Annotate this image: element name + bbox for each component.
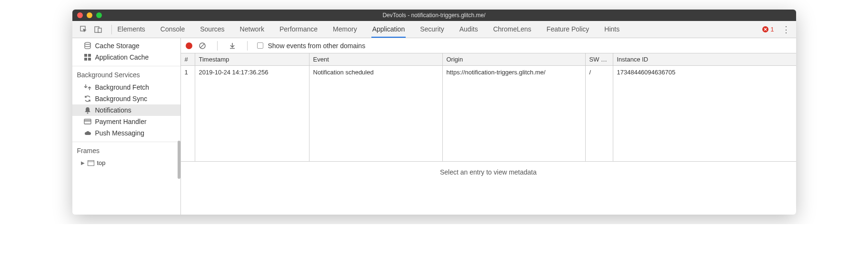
panel-body: Cache StorageApplication Cache Backgroun…	[72, 38, 796, 215]
sidebar-item-application-cache[interactable]: Application Cache	[72, 52, 180, 63]
minimize-window-button[interactable]	[87, 12, 92, 18]
clear-icon	[199, 42, 206, 50]
tab-network[interactable]: Network	[239, 21, 265, 37]
events-table: # 1 Timestamp 2019-10-24 14:17:36.256 Ev…	[181, 53, 796, 162]
sidebar-item-cache-storage[interactable]: Cache Storage	[72, 40, 180, 52]
sidebar-item-background-fetch[interactable]: Background Fetch	[72, 82, 180, 93]
cloud-icon	[84, 129, 91, 137]
show-other-domains-label: Show events from other domains	[268, 42, 366, 50]
svg-line-15	[200, 44, 204, 48]
cell-event[interactable]: Notification scheduled	[309, 66, 442, 161]
sidebar-item-label: Background Fetch	[95, 83, 150, 91]
show-other-domains-checkbox[interactable]	[257, 42, 263, 49]
disclosure-triangle-icon: ▶	[81, 160, 85, 165]
application-sidebar: Cache StorageApplication Cache Backgroun…	[72, 38, 181, 215]
col-header-sw[interactable]: SW …	[586, 53, 613, 66]
tab-security[interactable]: Security	[419, 21, 445, 37]
separator	[217, 41, 218, 51]
sidebar-group-frames: Frames	[72, 142, 180, 157]
cell-sw[interactable]: /	[586, 66, 613, 161]
detail-placeholder: Select an entry to view metadata	[181, 162, 796, 215]
devtools-window: DevTools - notification-triggers.glitch.…	[72, 10, 796, 215]
frames-top-item[interactable]: ▶ top	[72, 157, 180, 168]
sidebar-item-push-messaging[interactable]: Push Messaging	[72, 127, 180, 139]
svg-rect-7	[84, 58, 87, 61]
svg-rect-6	[88, 54, 91, 57]
tab-hints[interactable]: Hints	[603, 21, 620, 37]
close-window-button[interactable]	[77, 12, 83, 18]
tab-performance[interactable]: Performance	[279, 21, 319, 37]
main-tabbar: ElementsConsoleSourcesNetworkPerformance…	[72, 21, 796, 38]
sidebar-item-label: Notifications	[95, 106, 131, 114]
record-button[interactable]	[186, 42, 192, 49]
tab-feature-policy[interactable]: Feature Policy	[546, 21, 590, 37]
svg-rect-2	[98, 28, 101, 32]
cell-origin[interactable]: https://notification-triggers.glitch.me/	[443, 66, 585, 161]
frame-icon	[88, 160, 94, 166]
titlebar: DevTools - notification-triggers.glitch.…	[72, 10, 796, 21]
sidebar-item-label: Push Messaging	[95, 129, 145, 137]
col-header-timestamp[interactable]: Timestamp	[195, 53, 309, 66]
error-counter[interactable]: 1	[762, 26, 774, 33]
tab-sources[interactable]: Sources	[199, 21, 225, 37]
svg-point-4	[85, 42, 90, 44]
more-menu-icon[interactable]: ⋮	[782, 24, 790, 35]
sidebar-item-label: Application Cache	[95, 53, 149, 61]
sidebar-item-label: Cache Storage	[95, 42, 140, 50]
panel-tabs: ElementsConsoleSourcesNetworkPerformance…	[117, 21, 621, 37]
cell-timestamp[interactable]: 2019-10-24 14:17:36.256	[195, 66, 309, 161]
download-icon	[229, 42, 236, 49]
database-icon	[84, 42, 91, 50]
sidebar-item-notifications[interactable]: Notifications	[72, 104, 180, 116]
cell-instance[interactable]: 17348446094636705	[613, 66, 796, 161]
tab-chromelens[interactable]: ChromeLens	[492, 21, 532, 37]
separator	[247, 41, 248, 51]
tab-audits[interactable]: Audits	[459, 21, 479, 37]
inspect-element-icon[interactable]	[78, 24, 90, 35]
col-header-origin[interactable]: Origin	[443, 53, 585, 66]
sidebar-group-background-services: Background Services	[72, 66, 180, 82]
bell-icon	[84, 106, 91, 114]
main-content: Show events from other domains # 1 Times…	[181, 38, 796, 215]
window-controls	[77, 12, 102, 18]
error-icon	[762, 26, 768, 32]
tabbar-right: 1 ⋮	[762, 24, 790, 35]
sidebar-item-background-sync[interactable]: Background Sync	[72, 93, 180, 104]
sidebar-scrollbar[interactable]	[178, 141, 180, 179]
tab-console[interactable]: Console	[160, 21, 186, 37]
sidebar-item-label: Background Sync	[95, 95, 148, 103]
tab-application[interactable]: Application	[371, 21, 406, 38]
sidebar-item-label: Payment Handler	[95, 118, 147, 125]
cell-num[interactable]: 1	[181, 66, 195, 161]
card-icon	[84, 118, 91, 125]
window-title: DevTools - notification-triggers.glitch.…	[382, 12, 485, 19]
sidebar-item-payment-handler[interactable]: Payment Handler	[72, 116, 180, 127]
svg-rect-8	[88, 58, 91, 61]
zoom-window-button[interactable]	[96, 12, 102, 18]
clear-button[interactable]	[197, 41, 208, 51]
svg-rect-12	[88, 160, 94, 165]
tab-elements[interactable]: Elements	[117, 21, 146, 37]
col-header-instance[interactable]: Instance ID	[613, 53, 796, 66]
grid-icon	[84, 53, 91, 61]
fetch-icon	[84, 83, 91, 91]
svg-rect-10	[84, 119, 91, 124]
separator	[111, 25, 112, 34]
events-toolbar: Show events from other domains	[181, 38, 796, 53]
col-header-event[interactable]: Event	[309, 53, 442, 66]
svg-rect-5	[84, 54, 87, 57]
error-count: 1	[770, 26, 774, 33]
tab-memory[interactable]: Memory	[332, 21, 358, 37]
download-button[interactable]	[227, 41, 238, 51]
frames-top-label: top	[97, 159, 106, 166]
svg-point-9	[87, 113, 88, 114]
sync-icon	[84, 95, 91, 103]
device-toolbar-icon[interactable]	[92, 24, 104, 35]
col-header-num[interactable]: #	[181, 53, 195, 66]
